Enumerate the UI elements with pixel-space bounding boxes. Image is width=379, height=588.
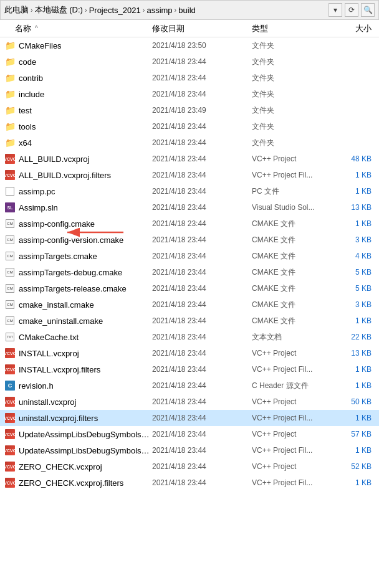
file-name-cell: VCUpdateAssimpLibsDebugSymbolsAn... <box>0 445 152 455</box>
table-row[interactable]: CMakeFiles2021/4/18 23:50文件夹 <box>0 37 379 54</box>
breadcrumb-sep-1: › <box>31 6 33 14</box>
breadcrumb-item-1[interactable]: 此电脑 <box>4 4 29 16</box>
file-name-text: assimpTargets-debug.cmake <box>19 268 122 277</box>
breadcrumb-item-2[interactable]: 本地磁盘 (D:) <box>35 4 83 16</box>
pc-file-icon <box>5 186 15 196</box>
table-row[interactable]: SLAssimp.sln2021/4/18 23:44Visual Studio… <box>0 199 379 216</box>
search-button[interactable]: 🔍 <box>361 3 375 17</box>
file-name-cell: CMassimpTargets.cmake <box>0 251 152 261</box>
file-name-text: test <box>19 106 32 115</box>
folder-icon <box>5 73 15 83</box>
file-name-text: UpdateAssimpLibsDebugSymbolsAn... <box>19 430 152 439</box>
file-size-cell: 50 KB <box>333 397 377 406</box>
file-name-text: ALL_BUILD.vcxproj <box>19 154 89 164</box>
col-header-name[interactable]: 名称 ^ <box>0 23 152 34</box>
table-row[interactable]: VCALL_BUILD.vcxproj2021/4/18 23:44VC++ P… <box>0 151 379 167</box>
file-name-text: assimp-config.cmake <box>19 219 95 229</box>
file-name-text: assimp.pc <box>19 187 55 196</box>
table-row[interactable]: CMassimpTargets-release.cmake2021/4/18 2… <box>0 280 379 296</box>
file-name-cell: VCINSTALL.vcxproj <box>0 348 152 358</box>
breadcrumb-item-3[interactable]: Projects_2021 <box>89 6 141 15</box>
table-row[interactable]: VCINSTALL.vcxproj2021/4/18 23:44VC++ Pro… <box>0 345 379 361</box>
file-size-cell: 1 KB <box>333 365 377 374</box>
table-row[interactable]: assimp.pc2021/4/18 23:44PC 文件1 KB <box>0 183 379 199</box>
breadcrumb-item-5[interactable]: build <box>178 6 195 15</box>
table-row[interactable]: VCZERO_CHECK.vcxproj2021/4/18 23:44VC++ … <box>0 458 379 475</box>
breadcrumb-sep-2: › <box>85 6 87 14</box>
table-row[interactable]: x642021/4/18 23:44文件夹 <box>0 135 379 151</box>
file-name-text: INSTALL.vcxproj.filters <box>19 365 100 374</box>
file-date-cell: 2021/4/18 23:44 <box>152 365 252 374</box>
file-name-cell: TXTCMakeCache.txt <box>0 332 152 342</box>
folder-icon <box>5 138 15 148</box>
file-name-cell: SLAssimp.sln <box>0 202 152 212</box>
breadcrumb[interactable]: 此电脑 › 本地磁盘 (D:) › Projects_2021 › assimp… <box>4 4 326 16</box>
file-name-text: assimpTargets-release.cmake <box>19 284 127 293</box>
file-date-cell: 2021/4/18 23:44 <box>152 333 252 341</box>
table-row[interactable]: tools2021/4/18 23:44文件夹 <box>0 118 379 135</box>
cmake-icon: CM <box>5 267 15 277</box>
column-headers: 名称 ^ 修改日期 类型 大小 <box>0 20 379 37</box>
folder-icon <box>5 121 15 131</box>
file-date-cell: 2021/4/18 23:44 <box>152 284 252 293</box>
file-date-cell: 2021/4/18 23:44 <box>152 430 252 439</box>
table-row[interactable]: TXTCMakeCache.txt2021/4/18 23:44文本文档22 K… <box>0 329 379 345</box>
file-size-cell: 57 KB <box>333 430 377 439</box>
file-type-cell: VC++ Project <box>252 349 333 358</box>
file-name-text: ZERO_CHECK.vcxproj.filters <box>19 478 123 488</box>
folder-icon <box>5 57 15 67</box>
file-name-text: cmake_uninstall.cmake <box>19 316 103 326</box>
table-row[interactable]: VCuninstall.vcxproj2021/4/18 23:44VC++ P… <box>0 394 379 410</box>
table-row[interactable]: CMassimp-config.cmake2021/4/18 23:44CMAK… <box>0 216 379 232</box>
file-type-cell: 文件夹 <box>252 57 333 67</box>
file-name-text: code <box>19 57 36 67</box>
file-name-cell: contrib <box>0 73 152 83</box>
table-row[interactable]: test2021/4/18 23:49文件夹 <box>0 102 379 118</box>
table-row[interactable]: VCZERO_CHECK.vcxproj.filters2021/4/18 23… <box>0 475 379 491</box>
col-header-size[interactable]: 大小 <box>333 23 377 34</box>
table-row[interactable]: include2021/4/18 23:44文件夹 <box>0 86 379 102</box>
file-name-text: INSTALL.vcxproj <box>19 349 79 358</box>
file-name-cell: Crevision.h <box>0 381 152 391</box>
table-row[interactable]: CMcmake_install.cmake2021/4/18 23:44CMAK… <box>0 296 379 313</box>
file-name-cell: VCALL_BUILD.vcxproj <box>0 154 152 164</box>
table-row[interactable]: CMassimp-config-version.cmake2021/4/18 2… <box>0 232 379 248</box>
vcxproj-icon: VC <box>5 397 15 407</box>
vcxproj-icon: VC <box>5 429 15 439</box>
file-type-cell: VC++ Project <box>252 154 333 163</box>
col-header-type[interactable]: 类型 <box>252 23 333 34</box>
file-name-cell: x64 <box>0 138 152 148</box>
table-row[interactable]: VCALL_BUILD.vcxproj.filters2021/4/18 23:… <box>0 167 379 183</box>
name-header-label: 名称 <box>15 23 31 34</box>
breadcrumb-item-4[interactable]: assimp <box>146 6 172 15</box>
file-size-cell: 4 KB <box>333 252 377 260</box>
file-size-cell: 1 KB <box>333 219 377 228</box>
file-type-cell: VC++ Project <box>252 430 333 439</box>
table-row[interactable]: VCUpdateAssimpLibsDebugSymbolsAn...2021/… <box>0 426 379 442</box>
header-icon: C <box>5 381 15 391</box>
vcxproj-icon: VC <box>5 154 15 164</box>
refresh-button[interactable]: ⟳ <box>345 3 358 17</box>
table-row[interactable]: CMcmake_uninstall.cmake2021/4/18 23:44CM… <box>0 313 379 329</box>
col-header-date[interactable]: 修改日期 <box>152 23 252 34</box>
file-type-cell: VC++ Project <box>252 397 333 406</box>
dropdown-button[interactable]: ▾ <box>329 3 342 17</box>
table-row[interactable]: CMassimpTargets-debug.cmake2021/4/18 23:… <box>0 264 379 280</box>
table-row[interactable]: contrib2021/4/18 23:44文件夹 <box>0 70 379 86</box>
file-date-cell: 2021/4/18 23:44 <box>152 57 252 66</box>
vcxproj-icon: VC <box>5 445 15 455</box>
vcxproj-icon: VC <box>5 170 15 180</box>
table-row[interactable]: VCUpdateAssimpLibsDebugSymbolsAn...2021/… <box>0 442 379 458</box>
file-name-cell: CMcmake_install.cmake <box>0 300 152 310</box>
folder-icon <box>5 40 15 50</box>
table-row[interactable]: CMassimpTargets.cmake2021/4/18 23:44CMAK… <box>0 248 379 264</box>
file-name-text: revision.h <box>19 381 54 391</box>
table-row[interactable]: VCuninstall.vcxproj.filters2021/4/18 23:… <box>0 410 379 426</box>
folder-icon <box>5 105 15 115</box>
file-name-text: uninstall.vcxproj <box>19 397 77 407</box>
file-type-cell: CMAKE 文件 <box>252 235 333 245</box>
table-row[interactable]: Crevision.h2021/4/18 23:44C Header 源文件1 … <box>0 377 379 394</box>
table-row[interactable]: code2021/4/18 23:44文件夹 <box>0 54 379 70</box>
table-row[interactable]: VCINSTALL.vcxproj.filters2021/4/18 23:44… <box>0 361 379 377</box>
file-date-cell: 2021/4/18 23:44 <box>152 203 252 212</box>
